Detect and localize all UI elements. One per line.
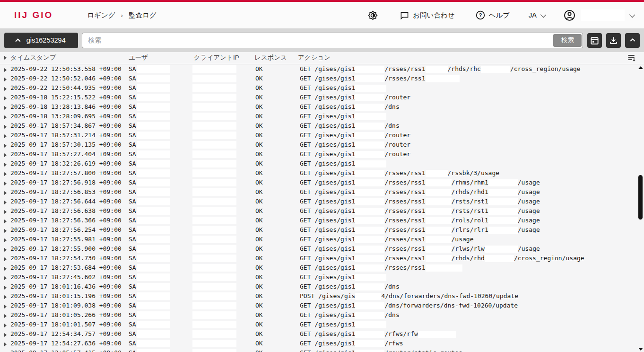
table-row[interactable]: 2025-09-17 12:05:57.415 +09:00SAOKGET /g… bbox=[0, 348, 644, 352]
table-row[interactable]: 2025-09-17 18:27:56.853 +09:00SAOKGET /g… bbox=[0, 187, 644, 197]
table-row[interactable]: 2025-09-17 18:27:55.981 +09:00SAOKGET /g… bbox=[0, 235, 644, 244]
expand-row-icon[interactable] bbox=[4, 267, 7, 271]
expand-row-icon[interactable] bbox=[4, 295, 7, 299]
action-cell: GET /gises/gis1/router/static_routes bbox=[300, 348, 462, 352]
expand-row-icon[interactable] bbox=[4, 115, 7, 119]
scrollbar-thumb[interactable] bbox=[638, 175, 643, 220]
table-row[interactable]: 2025-09-17 18:27:56.644 +09:00SAOKGET /g… bbox=[0, 197, 644, 206]
table-row[interactable]: 2025-09-17 18:27:45.602 +09:00SAOKGET /g… bbox=[0, 273, 644, 282]
response-cell: OK bbox=[255, 348, 263, 352]
table-row[interactable]: 2025-09-17 18:32:26.619 +09:00SAOKGET /g… bbox=[0, 159, 644, 168]
expand-row-icon[interactable] bbox=[4, 238, 7, 242]
expand-row-icon[interactable] bbox=[4, 229, 7, 233]
download-button[interactable] bbox=[606, 33, 621, 48]
table-row[interactable]: 2025-09-17 18:57:34.867 +09:00SAOKGET /g… bbox=[0, 121, 644, 131]
expand-row-icon[interactable] bbox=[4, 191, 7, 195]
expand-row-icon[interactable] bbox=[4, 305, 7, 308]
action-redaction bbox=[355, 321, 386, 328]
expand-row-icon[interactable] bbox=[4, 333, 7, 337]
action-cell: POST /gises/gis4/dns/forwarders/dns-fwd-… bbox=[300, 291, 518, 301]
table-row[interactable]: 2025-09-17 12:54:34.757 +09:00SAOKGET /g… bbox=[0, 329, 644, 339]
expand-row-icon[interactable] bbox=[4, 201, 7, 204]
expand-row-icon[interactable] bbox=[4, 324, 7, 327]
timestamp-cell: 2025-09-17 18:57:31.214 +09:00 bbox=[10, 131, 122, 140]
user-cell: SA bbox=[129, 168, 136, 178]
table-row[interactable]: 2025-09-17 12:54:27.636 +09:00SAOKGET /g… bbox=[0, 339, 644, 348]
expand-row-icon[interactable] bbox=[4, 97, 7, 100]
expand-row-icon[interactable] bbox=[4, 286, 7, 290]
action-cell: GET /gises/gis1/dns bbox=[300, 310, 400, 320]
action-redaction bbox=[355, 350, 384, 352]
table-row[interactable]: 2025-09-17 18:27:57.800 +09:00SAOKGET /g… bbox=[0, 168, 644, 178]
expand-row-icon[interactable] bbox=[4, 153, 7, 157]
table-row[interactable]: 2025-09-17 18:27:56.254 +09:00SAOKGET /g… bbox=[0, 225, 644, 235]
expand-row-icon[interactable] bbox=[4, 248, 7, 252]
scroll-up-arrow-icon[interactable] bbox=[638, 66, 643, 69]
user-cell: SA bbox=[129, 93, 136, 102]
account-icon[interactable] bbox=[564, 9, 575, 21]
expand-all-icon[interactable] bbox=[4, 56, 7, 60]
breadcrumb-logging[interactable]: ロギング bbox=[87, 11, 115, 20]
action-redaction bbox=[426, 264, 462, 272]
date-range-button[interactable] bbox=[587, 33, 602, 48]
table-row[interactable]: 2025-09-17 18:27:56.366 +09:00SAOKGET /g… bbox=[0, 216, 644, 225]
expand-row-icon[interactable] bbox=[4, 182, 7, 185]
action-redaction bbox=[426, 227, 452, 234]
expand-row-icon[interactable] bbox=[4, 134, 7, 138]
theme-toggle-button[interactable] bbox=[367, 10, 378, 21]
table-row[interactable]: 2025-09-17 18:01:16.436 +09:00SAOKGET /g… bbox=[0, 282, 644, 291]
action-redaction bbox=[488, 198, 518, 205]
table-row[interactable]: 2025-09-17 18:57:27.404 +09:00SAOKGET /g… bbox=[0, 150, 644, 159]
action-cell: GET /gises/gis1/rsses/rss1 bbox=[300, 74, 460, 83]
response-cell: OK bbox=[255, 140, 263, 150]
action-redaction bbox=[426, 255, 452, 262]
expand-row-icon[interactable] bbox=[4, 125, 7, 129]
help-button[interactable]: ? ヘルプ bbox=[476, 10, 510, 20]
table-row[interactable]: 2025-09-17 18:01:01.507 +09:00SAOKGET /g… bbox=[0, 320, 644, 329]
search-button[interactable]: 検索 bbox=[553, 34, 582, 47]
expand-row-icon[interactable] bbox=[4, 314, 7, 318]
expand-row-icon[interactable] bbox=[4, 68, 7, 72]
table-row[interactable]: 2025-09-18 13:28:13.846 +09:00SAOKGET /g… bbox=[0, 102, 644, 112]
expand-row-icon[interactable] bbox=[4, 78, 7, 81]
table-row[interactable]: 2025-09-17 18:01:09.038 +09:00SAOKGET /g… bbox=[0, 301, 644, 310]
table-row[interactable]: 2025-09-17 18:27:55.900 +09:00SAOKGET /g… bbox=[0, 244, 644, 254]
expand-row-icon[interactable] bbox=[4, 276, 7, 280]
account-menu-button[interactable] bbox=[629, 13, 634, 18]
expand-row-icon[interactable] bbox=[4, 106, 7, 110]
expand-row-icon[interactable] bbox=[4, 343, 7, 346]
table-row[interactable]: 2025-09-17 18:27:54.730 +09:00SAOKGET /g… bbox=[0, 254, 644, 263]
action-redaction bbox=[355, 217, 384, 224]
response-cell: OK bbox=[255, 121, 263, 131]
expand-row-icon[interactable] bbox=[4, 163, 7, 167]
table-row[interactable]: 2025-09-17 18:57:30.135 +09:00SAOKGET /g… bbox=[0, 140, 644, 150]
contact-button[interactable]: お問い合わせ bbox=[400, 11, 454, 20]
vertical-scrollbar[interactable] bbox=[638, 63, 644, 352]
service-scope-button[interactable]: gis16253294 bbox=[4, 33, 78, 48]
table-row[interactable]: 2025-09-22 12:50:53.558 +09:00SAOKGET /g… bbox=[0, 64, 644, 74]
table-row[interactable]: 2025-09-22 12:50:52.046 +09:00SAOKGET /g… bbox=[0, 74, 644, 83]
expand-row-icon[interactable] bbox=[4, 144, 7, 148]
table-row[interactable]: 2025-09-18 15:22:15.522 +09:00SAOKGET /g… bbox=[0, 93, 644, 102]
expand-row-icon[interactable] bbox=[4, 210, 7, 214]
table-row[interactable]: 2025-09-17 18:27:53.684 +09:00SAOKGET /g… bbox=[0, 263, 644, 273]
action-cell: GET /gises/gis1/rsses/rss1 bbox=[300, 263, 462, 273]
language-label: JA bbox=[529, 11, 537, 19]
user-redaction bbox=[137, 122, 170, 130]
table-row[interactable]: 2025-09-18 13:28:09.695 +09:00SAOKGET /g… bbox=[0, 112, 644, 121]
expand-row-icon[interactable] bbox=[4, 220, 7, 223]
expand-row-icon[interactable] bbox=[4, 257, 7, 261]
collapse-toolbar-button[interactable] bbox=[625, 33, 640, 48]
table-row[interactable]: 2025-09-17 18:57:31.214 +09:00SAOKGET /g… bbox=[0, 131, 644, 140]
language-selector[interactable]: JA bbox=[529, 11, 545, 19]
table-row[interactable]: 2025-09-17 18:01:05.266 +09:00SAOKGET /g… bbox=[0, 310, 644, 320]
sort-icon[interactable] bbox=[627, 54, 636, 62]
search-input[interactable] bbox=[82, 33, 583, 48]
table-row[interactable]: 2025-09-17 18:27:56.918 +09:00SAOKGET /g… bbox=[0, 178, 644, 187]
expand-row-icon[interactable] bbox=[4, 172, 7, 176]
table-row[interactable]: 2025-09-22 12:50:44.935 +09:00SAOKGET /g… bbox=[0, 83, 644, 93]
expand-row-icon[interactable] bbox=[4, 87, 7, 91]
table-row[interactable]: 2025-09-17 18:01:15.196 +09:00SAOKPOST /… bbox=[0, 291, 644, 301]
table-row[interactable]: 2025-09-17 18:27:56.638 +09:00SAOKGET /g… bbox=[0, 206, 644, 216]
scroll-down-arrow-icon[interactable] bbox=[638, 348, 643, 351]
